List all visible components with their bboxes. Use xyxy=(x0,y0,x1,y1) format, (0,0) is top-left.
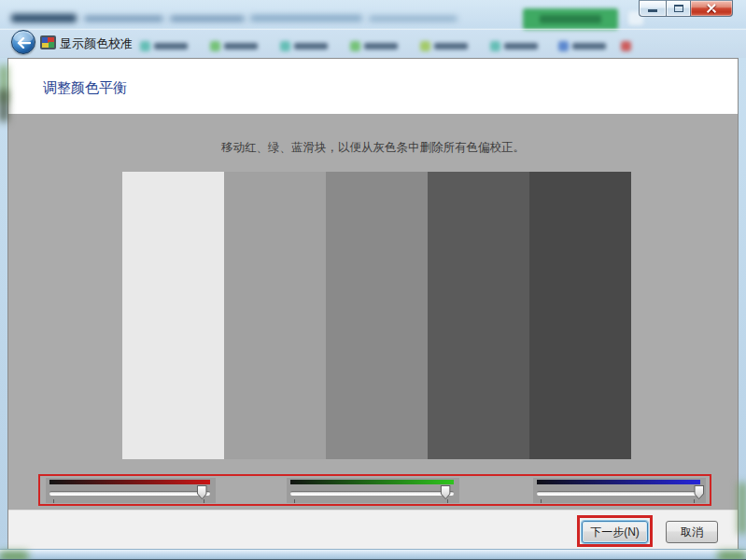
blurred-tab-text xyxy=(84,16,163,21)
blurred-tab-text xyxy=(170,16,245,21)
instruction-text: 移动红、绿、蓝滑块，以便从灰色条中删除所有色偏校正。 xyxy=(8,140,738,156)
back-arrow-icon xyxy=(17,37,31,49)
dialog-content: 调整颜色平衡 移动红、绿、蓝滑块，以便从灰色条中删除所有色偏校正。 xyxy=(7,58,739,549)
green-gradient-bar xyxy=(290,480,454,484)
frame-reflection xyxy=(739,483,746,534)
gray-bar xyxy=(224,172,326,459)
window-frame-left xyxy=(0,58,7,549)
blurred-tab-text xyxy=(369,16,457,21)
blurred-tab-text xyxy=(11,14,77,22)
blue-slider-track[interactable] xyxy=(537,491,700,496)
gray-bar xyxy=(428,172,529,459)
blurred-tab-text xyxy=(250,15,362,21)
page-title: 调整颜色平衡 xyxy=(43,79,127,97)
title-strip: 调整颜色平衡 xyxy=(8,59,738,114)
tick-mark xyxy=(694,499,695,503)
gray-bar xyxy=(529,172,631,459)
close-icon xyxy=(706,3,717,14)
window-frame-right xyxy=(739,58,746,549)
gray-bar xyxy=(122,172,224,459)
window-frame-bottom xyxy=(0,549,746,560)
display-color-calibration-window: 显示颜色校准 调整颜色平衡 移动红、绿、蓝滑块，以便从灰色条中删除所有色偏校正。 xyxy=(0,0,746,560)
green-slider-track[interactable] xyxy=(290,491,454,496)
window-controls xyxy=(639,0,733,17)
next-button[interactable]: 下一步(N) xyxy=(582,521,648,543)
green-slider[interactable] xyxy=(287,478,459,503)
minimize-icon xyxy=(648,9,657,12)
frame-reflection xyxy=(0,90,7,121)
blue-slider-thumb[interactable] xyxy=(694,485,704,499)
red-slider[interactable] xyxy=(46,478,216,503)
maximize-icon xyxy=(674,5,683,12)
calibration-area: 移动红、绿、蓝滑块，以便从灰色条中删除所有色偏校正。 xyxy=(8,114,738,510)
minimize-button[interactable] xyxy=(639,0,666,17)
gray-bar xyxy=(326,172,428,459)
frame-reflection xyxy=(718,552,746,560)
frame-reflection xyxy=(0,552,28,560)
close-button[interactable] xyxy=(691,0,733,17)
blue-slider[interactable] xyxy=(533,478,706,503)
cancel-button[interactable]: 取消 xyxy=(666,521,718,543)
window-title: 显示颜色校准 xyxy=(60,35,133,52)
blue-gradient-bar xyxy=(537,480,700,484)
red-gradient-bar xyxy=(49,480,210,484)
maximize-button[interactable] xyxy=(666,0,691,17)
wizard-header: 显示颜色校准 xyxy=(0,28,746,58)
red-slider-thumb[interactable] xyxy=(197,485,207,499)
gray-bars xyxy=(122,172,631,459)
tick-mark xyxy=(53,499,54,503)
blurred-button-text xyxy=(540,15,601,23)
tick-mark xyxy=(294,499,295,503)
tick-mark xyxy=(447,499,448,503)
blurred-search-button xyxy=(523,8,618,30)
red-slider-track[interactable] xyxy=(49,491,210,496)
sliders-highlight-annotation xyxy=(38,474,711,506)
tick-mark xyxy=(541,499,542,503)
green-slider-thumb[interactable] xyxy=(441,485,451,499)
back-button[interactable] xyxy=(11,30,35,54)
dialog-footer: 下一步(N) 取消 xyxy=(8,510,738,549)
tick-mark xyxy=(204,499,204,503)
color-calibration-icon xyxy=(40,35,56,49)
